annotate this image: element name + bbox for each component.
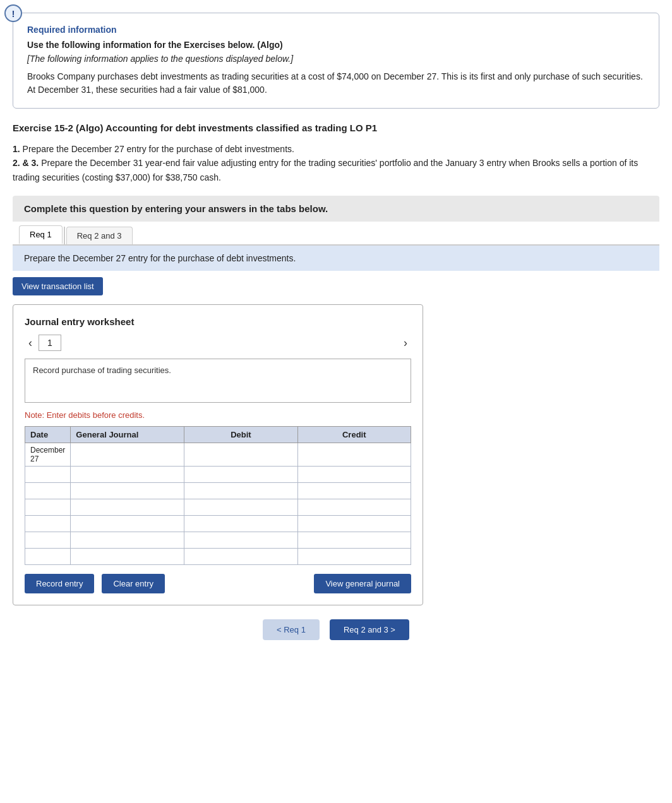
nav-prev-arrow[interactable]: ‹ [25, 335, 36, 351]
general-journal-input-7[interactable] [76, 552, 179, 561]
credit-cell-6[interactable] [297, 532, 411, 549]
debit-input-1[interactable] [189, 450, 292, 460]
req2-3-nav-button[interactable]: Req 2 and 3 > [330, 619, 409, 640]
debit-input-4[interactable] [189, 503, 292, 512]
general-journal-input-3[interactable] [76, 486, 179, 496]
debit-cell-5[interactable] [184, 516, 297, 532]
italic-note: [The following information applies to th… [27, 54, 645, 64]
nav-number-box: 1 [39, 335, 61, 351]
instruction-2-bold: 2. & 3. [13, 158, 39, 168]
col-header-debit: Debit [184, 427, 297, 443]
general-journal-cell-3[interactable] [71, 483, 184, 499]
credit-cell-3[interactable] [297, 483, 411, 499]
tab-separator [64, 227, 65, 244]
credit-input-5[interactable] [303, 519, 405, 528]
credit-input-1[interactable] [303, 450, 405, 460]
date-cell-4 [25, 499, 71, 516]
alert-icon: ! [4, 4, 22, 22]
general-journal-input-4[interactable] [76, 503, 179, 512]
general-journal-cell-4[interactable] [71, 499, 184, 516]
table-row [25, 532, 411, 549]
credit-cell-5[interactable] [297, 516, 411, 532]
col-header-credit: Credit [297, 427, 411, 443]
bottom-nav: < Req 1 Req 2 and 3 > [13, 619, 659, 640]
debit-input-7[interactable] [189, 552, 292, 561]
req-description: Prepare the December 27 entry for the pu… [13, 246, 659, 271]
credit-cell-2[interactable] [297, 467, 411, 483]
debit-input-6[interactable] [189, 535, 292, 545]
general-journal-cell-6[interactable] [71, 532, 184, 549]
table-row [25, 549, 411, 565]
instruction-1-bold: 1. [13, 144, 20, 154]
view-general-journal-button[interactable]: View general journal [314, 574, 411, 593]
debit-cell-6[interactable] [184, 532, 297, 549]
date-cell-3 [25, 483, 71, 499]
debit-cell-3[interactable] [184, 483, 297, 499]
complete-box: Complete this question by entering your … [13, 196, 659, 222]
general-journal-input-6[interactable] [76, 535, 179, 545]
general-journal-cell-2[interactable] [71, 467, 184, 483]
instructions: 1. Prepare the December 27 entry for the… [13, 142, 659, 184]
tab-req2-3[interactable]: Req 2 and 3 [66, 227, 133, 244]
table-row [25, 516, 411, 532]
instruction-line1: 1. Prepare the December 27 entry for the… [13, 142, 659, 156]
general-journal-cell-1[interactable] [71, 443, 184, 467]
debit-input-2[interactable] [189, 470, 292, 479]
instruction-line2: 2. & 3. Prepare the December 31 year-end… [13, 156, 659, 184]
use-following-text: Use the following information for the Ex… [27, 40, 645, 50]
date-cell-2 [25, 467, 71, 483]
debit-cell-7[interactable] [184, 549, 297, 565]
credit-input-4[interactable] [303, 503, 405, 512]
tabs-container: Req 1 Req 2 and 3 [13, 222, 659, 246]
debit-input-5[interactable] [189, 519, 292, 528]
nav-row: ‹ 1 › [25, 335, 411, 351]
instruction-2-text: Prepare the December 31 year-end fair va… [13, 158, 638, 182]
bottom-buttons: Record entry Clear entry View general jo… [25, 574, 411, 593]
date-cell-1: December27 [25, 443, 71, 467]
credit-input-6[interactable] [303, 535, 405, 545]
tab-req1[interactable]: Req 1 [19, 225, 63, 244]
required-info-label: Required information [27, 25, 645, 35]
clear-entry-button[interactable]: Clear entry [102, 574, 165, 593]
general-journal-input-1[interactable] [76, 450, 179, 460]
table-row [25, 483, 411, 499]
record-entry-button[interactable]: Record entry [25, 574, 94, 593]
journal-worksheet: Journal entry worksheet ‹ 1 › Record pur… [13, 304, 423, 605]
credit-input-2[interactable] [303, 470, 405, 479]
general-journal-input-2[interactable] [76, 470, 179, 479]
credit-cell-1[interactable] [297, 443, 411, 467]
req1-nav-button[interactable]: < Req 1 [263, 619, 320, 640]
info-box: ! Required information Use the following… [13, 13, 659, 109]
nav-next-arrow[interactable]: › [400, 335, 411, 351]
credit-cell-7[interactable] [297, 549, 411, 565]
general-journal-input-5[interactable] [76, 519, 179, 528]
note-text: Note: Enter debits before credits. [25, 410, 411, 420]
description-box: Record purchase of trading securities. [25, 359, 411, 403]
date-cell-5 [25, 516, 71, 532]
journal-table: Date General Journal Debit Credit Decemb… [25, 426, 411, 565]
journal-worksheet-title: Journal entry worksheet [25, 316, 411, 327]
view-transaction-btn[interactable]: View transaction list [13, 277, 103, 295]
info-body-text: Brooks Company purchases debt investment… [27, 70, 645, 97]
date-cell-6 [25, 532, 71, 549]
instruction-1-text: Prepare the December 27 entry for the pu… [20, 144, 294, 154]
date-cell-7 [25, 549, 71, 565]
debit-cell-4[interactable] [184, 499, 297, 516]
table-row [25, 499, 411, 516]
debit-input-3[interactable] [189, 486, 292, 496]
table-row: December27 [25, 443, 411, 467]
table-row [25, 467, 411, 483]
credit-input-3[interactable] [303, 486, 405, 496]
col-header-date: Date [25, 427, 71, 443]
debit-cell-2[interactable] [184, 467, 297, 483]
col-header-general-journal: General Journal [71, 427, 184, 443]
debit-cell-1[interactable] [184, 443, 297, 467]
general-journal-cell-7[interactable] [71, 549, 184, 565]
credit-input-7[interactable] [303, 552, 405, 561]
exercise-heading: Exercise 15-2 (Algo) Accounting for debt… [13, 122, 659, 133]
credit-cell-4[interactable] [297, 499, 411, 516]
general-journal-cell-5[interactable] [71, 516, 184, 532]
